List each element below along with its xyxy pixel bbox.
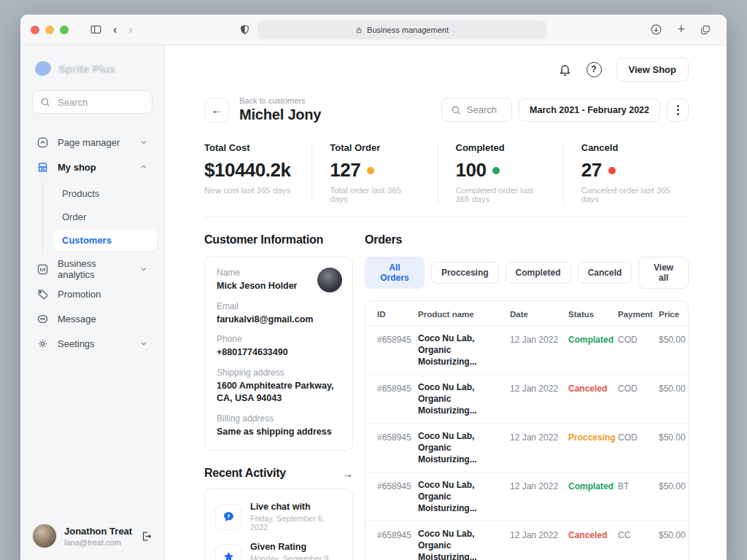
sidebar-item-order[interactable]: Order bbox=[53, 206, 152, 228]
date-range-button[interactable]: March 2021 - February 2022 bbox=[519, 98, 660, 122]
analytics-icon bbox=[36, 263, 49, 276]
breadcrumb[interactable]: Back to customers bbox=[239, 96, 321, 105]
tab-completed[interactable]: Completed bbox=[506, 262, 571, 284]
tab-processing[interactable]: Proccesing bbox=[431, 262, 499, 284]
stat-label: Canceld bbox=[581, 142, 671, 153]
search-button-label: Search bbox=[467, 104, 497, 115]
browser-forward-button[interactable]: › bbox=[128, 24, 132, 36]
stat-label: Total Cost bbox=[204, 142, 294, 153]
tab-overview-icon[interactable] bbox=[700, 24, 711, 36]
table-row[interactable]: #658945 Coco Nu Lab, Organic Moisturizin… bbox=[365, 472, 688, 521]
order-date: 12 Jan 2022 bbox=[510, 430, 568, 443]
view-shop-button[interactable]: View Shop bbox=[616, 58, 689, 82]
zoom-window-button[interactable] bbox=[60, 26, 69, 34]
page-manager-icon bbox=[36, 136, 49, 149]
chevron-down-icon bbox=[139, 265, 148, 273]
chevron-down-icon bbox=[139, 138, 148, 147]
stat-canceled: Canceld 27 Canceled order last 365 days bbox=[563, 142, 689, 203]
order-date: 12 Jan 2022 bbox=[510, 528, 568, 541]
help-icon[interactable]: ? bbox=[587, 62, 602, 77]
sidebar-item-customers[interactable]: Customers bbox=[53, 229, 157, 251]
sidebar-item-label: Seetings bbox=[58, 338, 95, 349]
order-product: Coco Nu Lab, Organic Moisturizing... bbox=[418, 430, 510, 465]
logo-text: Sprite Plus bbox=[58, 63, 115, 75]
more-options-button[interactable] bbox=[667, 98, 689, 122]
green-dot-icon bbox=[492, 167, 500, 174]
col-id: ID bbox=[377, 310, 418, 319]
new-tab-icon[interactable]: + bbox=[677, 22, 685, 37]
order-price: $50.00 bbox=[659, 528, 686, 541]
order-payment: COD bbox=[618, 332, 659, 346]
order-date: 12 Jan 2022 bbox=[510, 381, 568, 394]
back-button[interactable]: ← bbox=[204, 98, 229, 122]
customer-info-title: Customer Information bbox=[204, 233, 353, 246]
activity-item[interactable]: Live chat with Friday, September 6, 2022 bbox=[215, 497, 342, 537]
browser-sidebar-icon[interactable] bbox=[90, 23, 102, 36]
browser-back-button[interactable]: ‹ bbox=[113, 24, 117, 36]
sidebar-item-message[interactable]: Message bbox=[32, 306, 152, 331]
sidebar-item-settings[interactable]: Seetings bbox=[32, 331, 152, 356]
sidebar-item-label: Page manager bbox=[58, 137, 120, 148]
url-area: Business management bbox=[239, 15, 546, 45]
shield-icon[interactable] bbox=[239, 24, 250, 36]
sidebar-item-label: Message bbox=[58, 314, 96, 324]
col-payment: Payment bbox=[618, 310, 659, 319]
activity-arrow-icon[interactable]: → bbox=[342, 467, 353, 480]
order-status: Canceled bbox=[568, 381, 618, 394]
notifications-bell-icon[interactable] bbox=[558, 63, 572, 77]
stats-row: Total Cost $10440.2k New cost last 365 d… bbox=[204, 142, 689, 203]
app-logo[interactable]: Sprite Plus bbox=[32, 61, 152, 76]
activity-item[interactable]: Given Rating Monday, September 9, 2022 bbox=[215, 537, 342, 560]
customer-avatar bbox=[317, 268, 342, 292]
sub-item-label: Customers bbox=[62, 235, 112, 246]
logout-icon[interactable] bbox=[140, 530, 152, 542]
order-price: $50.00 bbox=[659, 430, 686, 443]
sidebar-item-my-shop[interactable]: My shop bbox=[32, 155, 152, 179]
minimize-window-button[interactable] bbox=[45, 26, 54, 34]
page-topbar: ? View Shop bbox=[204, 57, 689, 82]
my-shop-submenu: Products Order Customers bbox=[42, 181, 152, 252]
chevron-up-icon bbox=[139, 163, 148, 171]
page-title: Michel Jony bbox=[239, 106, 321, 123]
user-profile[interactable]: Jonathon Treat lana@treat.com bbox=[32, 524, 152, 548]
search-button[interactable]: Search bbox=[441, 98, 512, 122]
field-label: Email bbox=[217, 301, 341, 311]
order-payment: COD bbox=[618, 430, 659, 443]
sidebar-item-business-analytics[interactable]: Business analytics bbox=[32, 257, 152, 281]
tab-canceled[interactable]: Canceld bbox=[578, 262, 632, 284]
sidebar-item-page-manager[interactable]: Page manager bbox=[32, 130, 152, 155]
sidebar-item-label: Business analytics bbox=[58, 258, 131, 280]
close-window-button[interactable] bbox=[31, 26, 39, 34]
address-bar[interactable]: Business management bbox=[258, 20, 546, 39]
search-input[interactable] bbox=[56, 96, 144, 109]
stat-label: Total Order bbox=[330, 142, 419, 153]
stat-value: 100 bbox=[456, 159, 487, 182]
view-all-button[interactable]: View all bbox=[638, 257, 689, 289]
stat-subtext: Completed order last 365 days bbox=[456, 186, 546, 203]
kebab-icon bbox=[677, 105, 679, 115]
browser-toolbar: ‹ › Business management + bbox=[20, 15, 727, 45]
activity-date: Friday, September 6, 2022 bbox=[250, 514, 342, 532]
table-row[interactable]: #658945 Coco Nu Lab, Organic Moisturizin… bbox=[365, 423, 688, 472]
stat-total-order: Total Order 127 Total order last 365 day… bbox=[311, 142, 437, 203]
order-status: Canceled bbox=[568, 528, 618, 541]
order-price: $50.00 bbox=[659, 479, 686, 492]
order-price: $50.00 bbox=[659, 381, 686, 394]
window-controls bbox=[31, 26, 69, 34]
tab-all-orders[interactable]: All Orders bbox=[365, 257, 425, 289]
order-price: $50.00 bbox=[659, 332, 686, 346]
sidebar-item-promotion[interactable]: Promotion bbox=[32, 281, 152, 306]
col-price: Price bbox=[659, 310, 679, 319]
stat-subtext: Canceled order last 365 days bbox=[581, 186, 671, 203]
sidebar-item-products[interactable]: Products bbox=[53, 182, 152, 204]
downloads-icon[interactable] bbox=[650, 23, 662, 36]
url-text: Business management bbox=[367, 26, 449, 34]
toolbar-actions: + bbox=[645, 22, 716, 37]
recent-activity-card: Live chat with Friday, September 6, 2022… bbox=[204, 489, 353, 560]
lock-icon bbox=[355, 26, 363, 34]
chevron-down-icon bbox=[139, 339, 148, 348]
order-product: Coco Nu Lab, Organic Moisturizing... bbox=[418, 381, 510, 416]
table-row[interactable]: #658945 Coco Nu Lab, Organic Moisturizin… bbox=[365, 325, 688, 374]
table-row[interactable]: #658945 Coco Nu Lab, Organic Moisturizin… bbox=[365, 374, 688, 423]
table-row[interactable]: #658945 Coco Nu Lab, Organic Moisturizin… bbox=[365, 521, 688, 560]
